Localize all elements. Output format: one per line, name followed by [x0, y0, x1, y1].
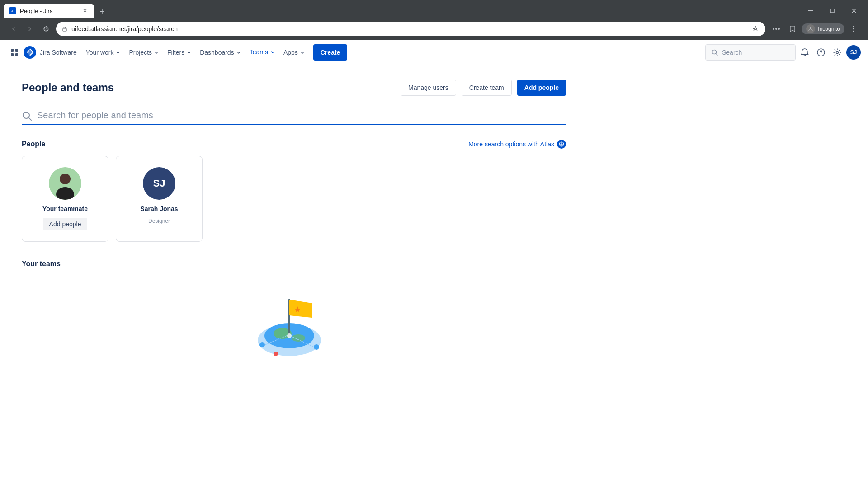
url-text: uifeed.atlassian.net/jira/people/search [71, 25, 747, 33]
teams-section: Your teams ★ [22, 260, 566, 358]
jira-logo-text: Jira Software [40, 49, 77, 56]
maximize-button[interactable] [822, 4, 843, 18]
nav-search[interactable]: Search [705, 44, 796, 61]
tab-close-button[interactable]: ✕ [81, 7, 89, 14]
svg-point-22 [23, 112, 29, 118]
minimize-button[interactable] [800, 4, 821, 18]
address-bar-row: uifeed.atlassian.net/jira/people/search … [0, 18, 868, 40]
svg-text:J: J [11, 9, 13, 13]
top-nav: Jira Software Your work Projects Filters… [0, 40, 868, 65]
teams-illustration: ★ [22, 277, 566, 358]
address-bar[interactable]: uifeed.atlassian.net/jira/people/search [56, 22, 765, 36]
svg-point-30 [292, 334, 305, 342]
main-content: People and teams Manage users Create tea… [0, 65, 588, 373]
incognito-badge[interactable]: Incognito [802, 23, 844, 34]
add-people-button[interactable]: Add people [517, 80, 566, 96]
lock-icon [61, 26, 68, 32]
svg-point-9 [778, 28, 780, 30]
extensions-button[interactable] [769, 22, 783, 36]
manage-users-button[interactable]: Manage users [401, 80, 456, 96]
refresh-button[interactable] [40, 23, 52, 35]
person-name-teammate: Your teammate [42, 205, 88, 212]
new-tab-button[interactable]: + [96, 5, 108, 18]
person-card-sarah[interactable]: SJ Sarah Jonas Designer [116, 156, 203, 242]
nav-items: Your work Projects Filters Dashboards Te… [82, 43, 703, 61]
svg-point-35 [274, 352, 278, 356]
svg-rect-3 [830, 9, 834, 13]
svg-rect-2 [808, 10, 813, 11]
nav-apps[interactable]: Apps [280, 43, 309, 61]
svg-point-12 [853, 28, 854, 29]
svg-rect-16 [11, 53, 14, 56]
incognito-label: Incognito [818, 26, 840, 32]
tab-favicon: J [9, 7, 16, 14]
people-section-header: People More search options with Atlas [22, 140, 566, 149]
svg-point-25 [60, 174, 71, 184]
nav-dashboards[interactable]: Dashboards [196, 43, 245, 61]
teams-section-title: Your teams [22, 260, 566, 268]
browser-chrome: J People - Jira ✕ + [0, 0, 868, 40]
user-avatar-button[interactable]: SJ [846, 45, 861, 60]
nav-search-icon [711, 49, 718, 56]
people-search-input[interactable] [37, 110, 566, 121]
people-section-title: People [22, 140, 45, 148]
svg-rect-17 [15, 53, 18, 56]
people-search-bar[interactable] [22, 110, 566, 125]
svg-point-7 [775, 28, 777, 30]
person-add-people-button[interactable]: Add people [43, 218, 88, 230]
settings-button[interactable] [830, 45, 844, 60]
svg-rect-6 [63, 28, 66, 31]
nav-your-work[interactable]: Your work [82, 43, 125, 61]
atlas-icon [557, 140, 566, 149]
person-name-sarah: Sarah Jonas [140, 205, 178, 212]
person-avatar-teammate [49, 167, 81, 200]
nav-filters[interactable]: Filters [164, 43, 195, 61]
people-search-icon [22, 111, 32, 121]
tab-title: People - Jira [20, 8, 78, 14]
svg-point-38 [287, 333, 292, 338]
notifications-button[interactable] [797, 45, 812, 60]
svg-point-20 [821, 53, 821, 54]
teams-empty-illustration: ★ [240, 277, 348, 358]
nav-search-text: Search [722, 49, 742, 56]
svg-text:★: ★ [294, 305, 301, 314]
svg-point-34 [314, 344, 319, 350]
menu-button[interactable] [846, 22, 861, 36]
create-team-button[interactable]: Create team [462, 80, 512, 96]
create-button[interactable]: Create [313, 44, 348, 61]
atlas-link[interactable]: More search options with Atlas [468, 140, 566, 149]
svg-rect-15 [15, 49, 18, 52]
svg-point-11 [853, 26, 854, 27]
page-header: People and teams Manage users Create tea… [22, 80, 566, 96]
jira-app: Jira Software Your work Projects Filters… [0, 40, 868, 373]
svg-point-13 [853, 31, 854, 32]
header-actions: Manage users Create team Add people [401, 80, 566, 96]
nav-teams[interactable]: Teams [246, 43, 279, 61]
star-icon[interactable] [751, 24, 760, 33]
close-window-button[interactable] [844, 4, 864, 18]
back-button[interactable] [7, 23, 20, 35]
svg-point-8 [773, 28, 774, 30]
grid-menu-button[interactable] [7, 45, 22, 60]
jira-logo[interactable]: Jira Software [24, 46, 77, 59]
browser-tab[interactable]: J People - Jira ✕ [4, 4, 94, 18]
incognito-icon [806, 24, 815, 33]
svg-rect-14 [11, 49, 14, 52]
bookmark-button[interactable] [785, 22, 800, 36]
nav-projects[interactable]: Projects [125, 43, 163, 61]
svg-point-33 [259, 342, 265, 347]
people-grid: Your teammate Add people SJ Sarah Jonas … [22, 156, 566, 242]
person-card-teammate[interactable]: Your teammate Add people [22, 156, 108, 242]
page-title: People and teams [22, 81, 114, 94]
forward-button[interactable] [24, 23, 36, 35]
jira-logo-icon [24, 46, 36, 59]
browser-actions: Incognito [769, 22, 861, 36]
nav-right: Search SJ [705, 44, 861, 61]
person-role-sarah: Designer [148, 218, 170, 224]
person-avatar-sarah: SJ [143, 167, 175, 200]
svg-point-21 [836, 51, 839, 53]
help-button[interactable] [814, 45, 828, 60]
